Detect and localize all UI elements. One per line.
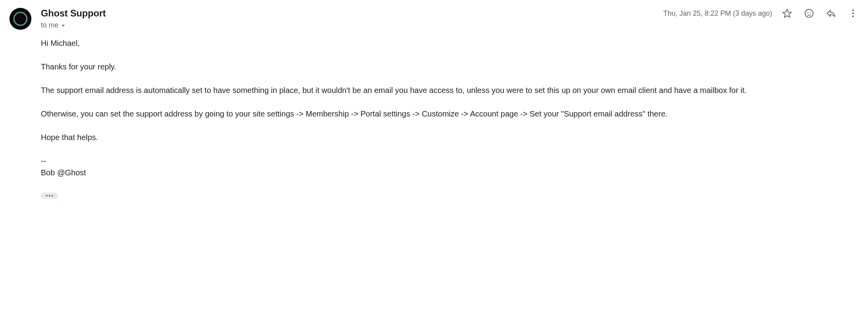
- signature-divider: --: [41, 155, 859, 167]
- action-icons: [782, 8, 859, 19]
- body-paragraph: Otherwise, you can set the support addre…: [41, 108, 859, 120]
- body-paragraph: Thanks for your reply.: [41, 61, 859, 73]
- email-body: Hi Michael, Thanks for your reply. The s…: [41, 37, 859, 200]
- more-vertical-icon: [848, 8, 858, 18]
- svg-point-6: [852, 9, 854, 11]
- ellipsis-icon: [45, 194, 54, 197]
- signature-name: Bob @Ghost: [41, 167, 859, 178]
- email-content-area: Ghost Support to me Thu, Jan 25, 8:22 PM…: [41, 8, 859, 200]
- svg-point-4: [807, 12, 808, 13]
- body-paragraph: The support email address is automatical…: [41, 84, 859, 96]
- show-trimmed-button[interactable]: [41, 193, 58, 199]
- recipient-label: to me: [41, 21, 59, 29]
- email-timestamp: Thu, Jan 25, 8:22 PM (3 days ago): [663, 9, 772, 18]
- body-paragraph: Hope that helps.: [41, 131, 859, 143]
- ghost-logo-icon: [12, 11, 29, 27]
- star-button[interactable]: [782, 8, 793, 19]
- svg-point-9: [46, 195, 48, 197]
- svg-point-11: [51, 195, 53, 197]
- svg-point-3: [805, 9, 813, 18]
- react-button[interactable]: [804, 8, 815, 19]
- chevron-down-icon: [59, 22, 67, 29]
- sender-info: Ghost Support to me: [41, 8, 106, 29]
- star-icon: [782, 8, 792, 18]
- more-options-button[interactable]: [848, 8, 859, 19]
- reply-icon: [826, 8, 836, 18]
- greeting: Hi Michael,: [41, 37, 859, 49]
- reply-button[interactable]: [826, 8, 837, 19]
- svg-point-5: [810, 12, 811, 13]
- svg-point-1: [12, 11, 29, 27]
- email-message: Ghost Support to me Thu, Jan 25, 8:22 PM…: [9, 8, 859, 200]
- email-header: Ghost Support to me Thu, Jan 25, 8:22 PM…: [41, 8, 859, 29]
- header-actions: Thu, Jan 25, 8:22 PM (3 days ago): [663, 8, 859, 19]
- sender-name[interactable]: Ghost Support: [41, 8, 106, 19]
- recipient-dropdown[interactable]: to me: [41, 21, 67, 29]
- signature: -- Bob @Ghost: [41, 155, 859, 178]
- svg-point-7: [852, 13, 854, 14]
- smiley-icon: [804, 8, 814, 18]
- recipient-row: to me: [41, 21, 106, 29]
- sender-avatar[interactable]: [9, 8, 31, 30]
- svg-point-10: [49, 195, 50, 197]
- svg-point-8: [852, 15, 854, 17]
